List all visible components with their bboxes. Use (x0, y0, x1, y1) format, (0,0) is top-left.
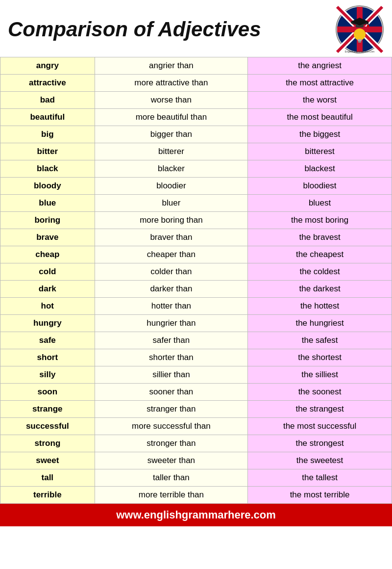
comparative-form: safer than (95, 332, 248, 349)
base-form: cold (0, 263, 95, 281)
superlative-form: the silliest (248, 366, 392, 384)
base-form: dark (0, 281, 95, 298)
table-row: successfulmore successful thanthe most s… (0, 418, 392, 435)
base-form: big (0, 126, 95, 143)
comparative-form: cheaper than (95, 246, 248, 263)
table-row: talltaller thanthe tallest (0, 469, 392, 487)
table-row: hothotter thanthe hottest (0, 298, 392, 315)
table-row: darkdarker thanthe darkest (0, 281, 392, 298)
table-row: soonsooner thanthe soonest (0, 384, 392, 401)
superlative-form: bluest (248, 195, 392, 212)
comparative-form: more boring than (95, 212, 248, 229)
comparative-form: taller than (95, 469, 248, 487)
base-form: successful (0, 418, 95, 435)
table-row: cheapcheaper thanthe cheapest (0, 246, 392, 263)
base-form: silly (0, 366, 95, 384)
logo: EnglishGrammarHere.Com (335, 5, 384, 54)
comparative-form: bluer (95, 195, 248, 212)
superlative-form: the hottest (248, 298, 392, 315)
table-row: strongstronger thanthe strongest (0, 435, 392, 452)
table-row: bigbigger thanthe biggest (0, 126, 392, 143)
table-row: shortshorter thanthe shortest (0, 349, 392, 366)
superlative-form: the most beautiful (248, 109, 392, 126)
comparative-form: worse than (95, 92, 248, 109)
base-form: brave (0, 229, 95, 246)
base-form: bloody (0, 178, 95, 195)
table-row: terriblemore terrible thanthe most terri… (0, 487, 392, 504)
comparative-form: stranger than (95, 401, 248, 418)
superlative-form: the tallest (248, 469, 392, 487)
superlative-form: the cheapest (248, 246, 392, 263)
table-row: sweetsweeter thanthe sweetest (0, 452, 392, 469)
footer: www.englishgrammarhere.com (0, 504, 392, 526)
base-form: strong (0, 435, 95, 452)
comparative-form: bigger than (95, 126, 248, 143)
table-row: beautifulmore beautiful thanthe most bea… (0, 109, 392, 126)
svg-point-13 (354, 28, 366, 40)
page-title: Comparison of Adjectives (8, 18, 261, 41)
base-form: strange (0, 401, 95, 418)
table-row: bloodybloodierbloodiest (0, 178, 392, 195)
footer-url: www.englishgrammarhere.com (116, 509, 276, 521)
comparative-form: braver than (95, 229, 248, 246)
comparative-form: sweeter than (95, 452, 248, 469)
superlative-form: the most terrible (248, 487, 392, 504)
table-row: attractivemore attractive thanthe most a… (0, 75, 392, 92)
table-row: coldcolder thanthe coldest (0, 263, 392, 281)
superlative-form: the worst (248, 92, 392, 109)
svg-rect-15 (358, 41, 361, 43)
comparative-form: blacker (95, 160, 248, 178)
base-form: safe (0, 332, 95, 349)
comparative-form: more attractive than (95, 75, 248, 92)
superlative-form: the shortest (248, 349, 392, 366)
base-form: black (0, 160, 95, 178)
svg-rect-14 (358, 39, 362, 41)
superlative-form: bloodiest (248, 178, 392, 195)
superlative-form: the soonest (248, 384, 392, 401)
base-form: sweet (0, 452, 95, 469)
table-row: bravebraver thanthe bravest (0, 229, 392, 246)
table-row: sillysillier thanthe silliest (0, 366, 392, 384)
base-form: soon (0, 384, 95, 401)
comparative-form: hotter than (95, 298, 248, 315)
base-form: short (0, 349, 95, 366)
superlative-form: the sweetest (248, 452, 392, 469)
base-form: bitter (0, 143, 95, 160)
superlative-form: the hungriest (248, 315, 392, 332)
table-row: badworse thanthe worst (0, 92, 392, 109)
comparative-form: sooner than (95, 384, 248, 401)
base-form: tall (0, 469, 95, 487)
comparative-form: bloodier (95, 178, 248, 195)
superlative-form: the strongest (248, 435, 392, 452)
adjectives-table: angryangrier thanthe angriestattractivem… (0, 57, 392, 504)
superlative-form: bitterest (248, 143, 392, 160)
superlative-form: the most boring (248, 212, 392, 229)
superlative-form: blackest (248, 160, 392, 178)
comparative-form: more terrible than (95, 487, 248, 504)
svg-text:EnglishGrammarHere.Com: EnglishGrammarHere.Com (345, 50, 374, 53)
base-form: terrible (0, 487, 95, 504)
base-form: hungry (0, 315, 95, 332)
superlative-form: the biggest (248, 126, 392, 143)
comparative-form: bitterer (95, 143, 248, 160)
superlative-form: the bravest (248, 229, 392, 246)
comparative-form: angrier than (95, 57, 248, 75)
superlative-form: the most successful (248, 418, 392, 435)
superlative-form: the strangest (248, 401, 392, 418)
table-row: boringmore boring thanthe most boring (0, 212, 392, 229)
comparative-form: more beautiful than (95, 109, 248, 126)
comparative-form: darker than (95, 281, 248, 298)
superlative-form: the coldest (248, 263, 392, 281)
base-form: angry (0, 57, 95, 75)
base-form: blue (0, 195, 95, 212)
svg-point-12 (367, 25, 369, 27)
table-row: angryangrier thanthe angriest (0, 57, 392, 75)
base-form: cheap (0, 246, 95, 263)
comparative-form: stronger than (95, 435, 248, 452)
table-row: safesafer thanthe safest (0, 332, 392, 349)
table-row: bluebluerbluest (0, 195, 392, 212)
header: Comparison of Adjectives EnglishGrammarH… (0, 0, 392, 57)
base-form: attractive (0, 75, 95, 92)
base-form: hot (0, 298, 95, 315)
superlative-form: the darkest (248, 281, 392, 298)
